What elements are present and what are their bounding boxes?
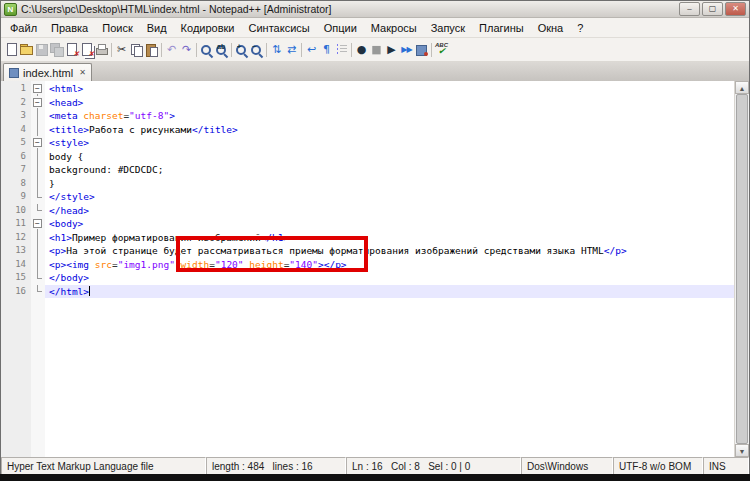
fold-guide [31,231,45,245]
annotation-red-box [176,236,368,272]
save-all-button[interactable] [49,41,64,59]
editor-line-15[interactable]: 15</body> [1,271,734,285]
zoom-in-icon: + [235,43,248,56]
minimize-button[interactable]: – [679,2,700,16]
line-number: 7 [1,163,31,177]
cut-button[interactable]: ✂ [114,41,129,59]
toolbar-separator [351,43,352,57]
line-number: 15 [1,271,31,285]
spell-check-button[interactable] [434,41,449,59]
fold-collapse-icon[interactable]: − [31,82,45,96]
line-text: } [45,177,734,191]
editor-line-4[interactable]: 4<title>Работа с рисунками</title> [1,123,734,137]
editor-line-9[interactable]: 9</style> [1,190,734,204]
macro-stop-icon: ■ [371,44,381,55]
undo-button[interactable]: ↶ [164,41,179,59]
editor-line-10[interactable]: 10</head> [1,204,734,218]
fold-guide [31,109,45,123]
scroll-down-icon[interactable]: ▼ [735,444,749,457]
sync-horizontal-scroll-icon: ⇄ [287,44,296,55]
line-number: 9 [1,190,31,204]
menu-language[interactable]: Синтаксисы [242,20,317,36]
fold-guide [31,177,45,191]
close-all-button[interactable] [79,41,94,59]
show-all-characters-button[interactable]: ¶ [319,41,334,59]
line-text: <meta charset="utf-8"> [45,109,734,123]
sync-vertical-scroll-icon: ⇅ [272,44,281,55]
editor-line-1[interactable]: 1−<html> [1,82,734,96]
replace-button[interactable]: ab [214,41,229,59]
menu-macro[interactable]: Макросы [364,20,424,36]
menu-window[interactable]: Окна [531,20,571,36]
menu-encoding[interactable]: Кодировки [174,20,242,36]
line-text: background: #DCDCDC; [45,163,734,177]
editor-line-7[interactable]: 7background: #DCDCDC; [1,163,734,177]
zoom-in-button[interactable]: + [234,41,249,59]
editor-line-5[interactable]: 5−<style> [1,136,734,150]
redo-button[interactable]: ↷ [179,41,194,59]
sync-vertical-scroll-button[interactable]: ⇅ [269,41,284,59]
macro-run-multiple-button[interactable]: ▶▶ [399,41,414,59]
editor-line-16[interactable]: 16</html> [1,285,734,299]
menu-run[interactable]: Запуск [424,20,472,36]
new-file-button[interactable] [4,41,19,59]
line-number: 12 [1,231,31,245]
replace-icon: ab [215,43,228,56]
macro-save-button[interactable] [414,41,429,59]
save-file-icon [35,43,48,56]
sync-horizontal-scroll-button[interactable]: ⇄ [284,41,299,59]
line-text: <body> [45,217,734,231]
line-number: 14 [1,258,31,272]
macro-stop-button[interactable]: ■ [369,41,384,59]
copy-button[interactable] [129,41,144,59]
fold-guide [31,150,45,164]
fold-guide [31,258,45,272]
vertical-scrollbar[interactable]: ▲ ▼ [734,81,749,457]
line-number: 5 [1,136,31,150]
editor-line-2[interactable]: 2−<head> [1,96,734,110]
menu-search[interactable]: Поиск [95,20,139,36]
redo-icon: ↷ [182,44,191,55]
macro-play-button[interactable]: ▶ [384,41,399,59]
close-button[interactable]: ✕ [725,2,746,16]
macro-record-button[interactable]: ● [354,41,369,59]
zoom-out-button[interactable]: − [249,41,264,59]
find-button[interactable] [199,41,214,59]
print-button[interactable] [94,41,109,59]
paste-button[interactable] [144,41,159,59]
save-file-button[interactable] [34,41,49,59]
close-file-button[interactable] [64,41,79,59]
line-number: 6 [1,150,31,164]
toolbar-separator [111,43,112,57]
menu-view[interactable]: Вид [140,20,174,36]
line-text: </style> [45,190,734,204]
app-icon: N [4,3,17,16]
editor-line-3[interactable]: 3<meta charset="utf-8"> [1,109,734,123]
tab-close-icon[interactable]: ✕ [79,68,86,77]
fold-guide [31,285,45,299]
open-file-button[interactable] [19,41,34,59]
line-text: </html> [45,285,734,299]
editor-line-11[interactable]: 11−<body> [1,217,734,231]
word-wrap-button[interactable]: ↩ [304,41,319,59]
scroll-thumb[interactable] [736,94,748,444]
scroll-up-icon[interactable]: ▲ [735,81,749,94]
line-text: </head> [45,204,734,218]
editor-line-8[interactable]: 8} [1,177,734,191]
fold-guide [31,123,45,137]
menu-settings[interactable]: Опции [317,20,364,36]
menu-file[interactable]: Файл [3,20,44,36]
fold-collapse-icon[interactable]: − [31,217,45,231]
indent-guide-button[interactable] [334,41,349,59]
menu-plugins[interactable]: Плагины [472,20,531,36]
title-bar[interactable]: N C:\Users\pc\Desktop\HTML\index.html - … [1,1,749,18]
fold-collapse-icon[interactable]: − [31,136,45,150]
tab-index-html[interactable]: index.html ✕ [3,63,92,81]
save-all-icon [50,43,63,56]
menu-help[interactable]: ? [570,20,590,36]
fold-collapse-icon[interactable]: − [31,96,45,110]
editor-line-6[interactable]: 6body { [1,150,734,164]
maximize-button[interactable]: ▢ [702,2,723,16]
menu-edit[interactable]: Правка [44,20,95,36]
toolbar-separator [431,43,432,57]
